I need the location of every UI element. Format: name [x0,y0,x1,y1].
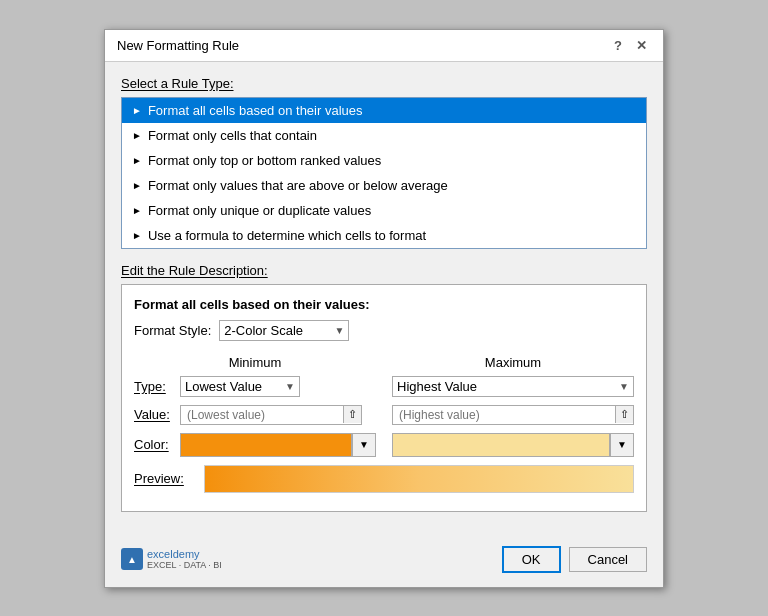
preview-label: Preview: [134,471,194,486]
format-style-arrow: ▼ [334,325,344,336]
format-style-label: Format Style: [134,323,211,338]
rule-item-2[interactable]: ► Format only top or bottom ranked value… [122,148,646,173]
dialog-title: New Formatting Rule [117,38,239,53]
rule-item-label-3: Format only values that are above or bel… [148,178,448,193]
preview-row: Preview: [134,465,634,493]
min-type-select[interactable]: Lowest Value ▼ [180,376,300,397]
rule-item-label-2: Format only top or bottom ranked values [148,153,381,168]
help-button[interactable]: ? [610,38,626,53]
footer-logo: ▲ exceldemy EXCEL · DATA · BI [121,548,222,570]
title-bar-controls: ? ✕ [610,38,651,53]
format-style-value: 2-Color Scale [224,323,303,338]
format-style-select[interactable]: 2-Color Scale ▼ [219,320,349,341]
min-type-arrow: ▼ [285,381,295,392]
min-color-dropdown[interactable]: ▼ [352,433,376,457]
logo-icon: ▲ [121,548,143,570]
edit-rule-label: Edit the Rule Description: [121,263,647,278]
rule-type-label: Select a Rule Type: [121,76,647,91]
max-value-input-container: ⇧ [392,405,634,425]
close-button[interactable]: ✕ [632,38,651,53]
rule-item-label-0: Format all cells based on their values [148,103,363,118]
min-max-container: Minimum Type: Lowest Value ▼ Value: ⇧ [134,355,634,465]
max-color-row: ▼ [392,433,634,457]
min-value-input[interactable] [181,406,343,424]
title-bar: New Formatting Rule ? ✕ [105,30,663,62]
max-value-input[interactable] [393,406,615,424]
rule-item-5[interactable]: ► Use a formula to determine which cells… [122,223,646,248]
max-header: Maximum [392,355,634,370]
edit-desc: Format all cells based on their values: [134,297,634,312]
logo-sub: EXCEL · DATA · BI [147,560,222,570]
max-color-control: ▼ [392,433,634,457]
rule-type-list: ► Format all cells based on their values… [121,97,647,249]
rule-item-0[interactable]: ► Format all cells based on their values [122,98,646,123]
arrow-icon-3: ► [132,180,142,191]
min-color-row: Color: ▼ [134,433,376,457]
rule-item-label-4: Format only unique or duplicate values [148,203,371,218]
min-color-control: ▼ [180,433,376,457]
dialog-footer: ▲ exceldemy EXCEL · DATA · BI OK Cancel [105,540,663,587]
min-value-upload-btn[interactable]: ⇧ [343,406,361,423]
max-color-dropdown[interactable]: ▼ [610,433,634,457]
rule-item-3[interactable]: ► Format only values that are above or b… [122,173,646,198]
min-value-row: Value: ⇧ [134,405,376,425]
min-color-label: Color: [134,437,180,452]
logo-text: exceldemy EXCEL · DATA · BI [147,548,222,570]
rule-item-label-1: Format only cells that contain [148,128,317,143]
dialog-body: Select a Rule Type: ► Format all cells b… [105,62,663,540]
arrow-icon-1: ► [132,130,142,141]
min-type-value: Lowest Value [185,379,262,394]
max-type-select[interactable]: Highest Value ▼ [392,376,634,397]
min-color-swatch[interactable] [180,433,352,457]
max-type-arrow: ▼ [619,381,629,392]
rule-item-label-5: Use a formula to determine which cells t… [148,228,426,243]
min-value-input-container: ⇧ [180,405,362,425]
arrow-icon-4: ► [132,205,142,216]
format-style-row: Format Style: 2-Color Scale ▼ [134,320,634,341]
arrow-icon-0: ► [132,105,142,116]
cancel-button[interactable]: Cancel [569,547,647,572]
max-type-value: Highest Value [397,379,477,394]
min-type-row: Type: Lowest Value ▼ [134,376,376,397]
min-header: Minimum [134,355,376,370]
minimum-column: Minimum Type: Lowest Value ▼ Value: ⇧ [134,355,376,465]
edit-section: Format all cells based on their values: … [121,284,647,512]
logo-brand: exceldemy [147,548,222,560]
max-color-swatch[interactable] [392,433,610,457]
maximum-column: Maximum Highest Value ▼ ⇧ [392,355,634,465]
min-type-label: Type: [134,379,180,394]
new-formatting-rule-dialog: New Formatting Rule ? ✕ Select a Rule Ty… [104,29,664,588]
arrow-icon-5: ► [132,230,142,241]
max-value-upload-btn[interactable]: ⇧ [615,406,633,423]
max-type-row: Highest Value ▼ [392,376,634,397]
rule-item-4[interactable]: ► Format only unique or duplicate values [122,198,646,223]
rule-item-1[interactable]: ► Format only cells that contain [122,123,646,148]
min-value-label: Value: [134,407,180,422]
ok-button[interactable]: OK [502,546,561,573]
max-value-row: ⇧ [392,405,634,425]
arrow-icon-2: ► [132,155,142,166]
preview-gradient-bar [204,465,634,493]
